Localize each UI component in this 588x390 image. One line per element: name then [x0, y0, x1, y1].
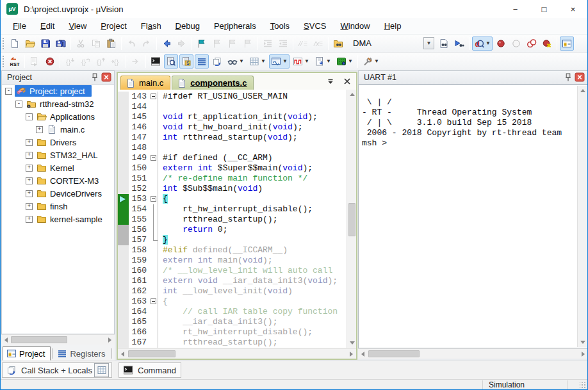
- dropdown-arrow-icon[interactable]: ▼: [326, 58, 331, 64]
- breakpoint-margin[interactable]: [118, 153, 129, 163]
- dropdown-arrow-icon[interactable]: ▼: [486, 40, 491, 46]
- editor-vertical-scrollbar[interactable]: [347, 90, 356, 348]
- toolbar-drag-handle[interactable]: [2, 55, 5, 68]
- registers-window-button[interactable]: [195, 54, 209, 69]
- bookmark-next-button[interactable]: [210, 37, 224, 51]
- expand-icon[interactable]: +: [26, 165, 33, 172]
- tree-item-devicedrivers[interactable]: +DeviceDrivers: [2, 187, 114, 200]
- fold-collapse-icon[interactable]: [151, 298, 156, 304]
- fold-collapse-icon[interactable]: [151, 93, 156, 99]
- callstack-window-button[interactable]: [210, 54, 224, 69]
- tree-item-applications[interactable]: -Applications: [2, 110, 114, 123]
- expand-icon[interactable]: +: [26, 177, 33, 184]
- breakpoint-margin[interactable]: [118, 184, 129, 194]
- serial-window-button[interactable]: ▼: [269, 54, 290, 69]
- bookmark-toggle-button[interactable]: [195, 37, 209, 51]
- breakpoint-margin[interactable]: [118, 297, 129, 307]
- dropdown-arrow-icon[interactable]: ▼: [304, 58, 309, 64]
- breakpoint-margin[interactable]: [118, 122, 129, 133]
- breakpoint-margin[interactable]: [118, 245, 129, 256]
- navigate-back-button[interactable]: [159, 37, 174, 51]
- unindent-button[interactable]: [276, 37, 290, 51]
- step-into-button[interactable]: {}: [63, 54, 77, 69]
- toolbar-drag-handle[interactable]: [2, 37, 5, 50]
- breakpoint-margin[interactable]: [118, 266, 129, 276]
- expand-icon[interactable]: +: [26, 139, 33, 146]
- step-out-button[interactable]: {}: [94, 54, 108, 69]
- tree-item-rtthread-stm32[interactable]: -rtthread-stm32: [2, 97, 114, 110]
- collapse-icon[interactable]: -: [26, 113, 33, 120]
- cut-button[interactable]: [74, 37, 88, 51]
- bookmark-prev-button[interactable]: [225, 37, 240, 51]
- breakpoint-kill-all-button[interactable]: [540, 37, 554, 51]
- project-horizontal-scrollbar[interactable]: [1, 334, 115, 345]
- panel-tab-project[interactable]: Project: [3, 346, 51, 361]
- collapse-icon[interactable]: -: [15, 101, 22, 108]
- breakpoint-margin[interactable]: [118, 215, 129, 225]
- panel-tab-registers[interactable]: Registers: [54, 346, 110, 361]
- command-window-button[interactable]: [149, 54, 163, 69]
- tree-item-finsh[interactable]: +finsh: [2, 200, 114, 213]
- reset-cpu-button[interactable]: RST: [8, 54, 22, 69]
- breakpoint-margin[interactable]: [118, 174, 129, 184]
- breakpoint-margin[interactable]: [118, 235, 129, 245]
- expand-icon[interactable]: +: [26, 216, 33, 223]
- resize-grip-icon[interactable]: [580, 382, 586, 389]
- breakpoint-margin[interactable]: [118, 225, 129, 235]
- tree-item-kernel[interactable]: +Kernel: [2, 161, 114, 174]
- paste-button[interactable]: [104, 37, 118, 51]
- incremental-find-button[interactable]: [452, 37, 466, 51]
- dropdown-arrow-icon[interactable]: ▼: [374, 58, 379, 64]
- expand-icon[interactable]: +: [26, 203, 33, 210]
- find-in-files-button[interactable]: [331, 37, 345, 51]
- breakpoint-margin[interactable]: [118, 286, 129, 297]
- uart-terminal[interactable]: \ | /- RT - Thread Operating System / | …: [359, 86, 577, 347]
- breakpoint-margin[interactable]: [118, 307, 129, 317]
- editor-horizontal-scrollbar[interactable]: [118, 348, 356, 359]
- menu-tools[interactable]: Tools: [263, 19, 297, 33]
- expand-icon[interactable]: +: [26, 190, 33, 197]
- menu-edit[interactable]: Edit: [33, 19, 61, 33]
- toolbox-button[interactable]: ▼: [334, 54, 355, 69]
- search-target-combo[interactable]: DMA▼: [348, 37, 434, 51]
- dropdown-arrow-icon[interactable]: ▼: [261, 58, 266, 64]
- debug-tools-button[interactable]: ▼: [361, 54, 381, 69]
- dropdown-arrow-icon[interactable]: ▼: [239, 58, 244, 64]
- breakpoint-margin[interactable]: [118, 256, 129, 266]
- fold-collapse-icon[interactable]: [151, 196, 156, 202]
- maximize-button[interactable]: □: [530, 0, 559, 18]
- undo-button[interactable]: [124, 37, 138, 51]
- pin-icon[interactable]: [90, 73, 100, 83]
- menu-peripherals[interactable]: Peripherals: [207, 19, 263, 33]
- breakpoint-margin[interactable]: [118, 337, 129, 348]
- show-next-statement-button[interactable]: [129, 54, 143, 69]
- minimize-button[interactable]: −: [501, 0, 530, 18]
- scrollbar-thumb[interactable]: [128, 350, 176, 357]
- logic-analyzer-button[interactable]: ▼: [291, 54, 311, 69]
- editor-tab-components-c[interactable]: components.c: [172, 76, 254, 90]
- memory-window-button[interactable]: [94, 363, 109, 377]
- uart-horizontal-scrollbar[interactable]: [358, 348, 588, 359]
- menu-window[interactable]: Window: [333, 19, 377, 33]
- breakpoint-enable-disable-button[interactable]: [509, 37, 523, 51]
- copy-button[interactable]: [89, 37, 103, 51]
- expand-icon[interactable]: +: [36, 126, 43, 133]
- menu-file[interactable]: File: [6, 19, 33, 33]
- menu-project[interactable]: Project: [94, 19, 133, 33]
- menu-flash[interactable]: Flash: [134, 19, 168, 33]
- tree-item-stm32-hal[interactable]: +STM32_HAL: [2, 149, 114, 161]
- tree-item-project-project[interactable]: -Project: project: [2, 85, 114, 97]
- tree-item-main-c[interactable]: +main.c: [2, 123, 114, 136]
- bookmark-clear-all-button[interactable]: [241, 37, 255, 51]
- breakpoint-margin[interactable]: [118, 143, 129, 153]
- dropdown-arrow-icon[interactable]: ▼: [282, 58, 288, 64]
- breakpoint-toggle-button[interactable]: [494, 37, 508, 51]
- run-button[interactable]: [28, 54, 42, 69]
- breakpoint-disable-all-button[interactable]: [525, 37, 539, 51]
- watch-window-button[interactable]: ▼: [225, 54, 246, 69]
- breakpoint-margin[interactable]: [118, 102, 129, 112]
- tree-item-kernel-sample[interactable]: +kernel-sample: [2, 213, 114, 225]
- command-tab[interactable]: Command: [118, 362, 181, 378]
- close-tab-icon[interactable]: [342, 76, 352, 86]
- scrollbar-thumb[interactable]: [11, 336, 67, 343]
